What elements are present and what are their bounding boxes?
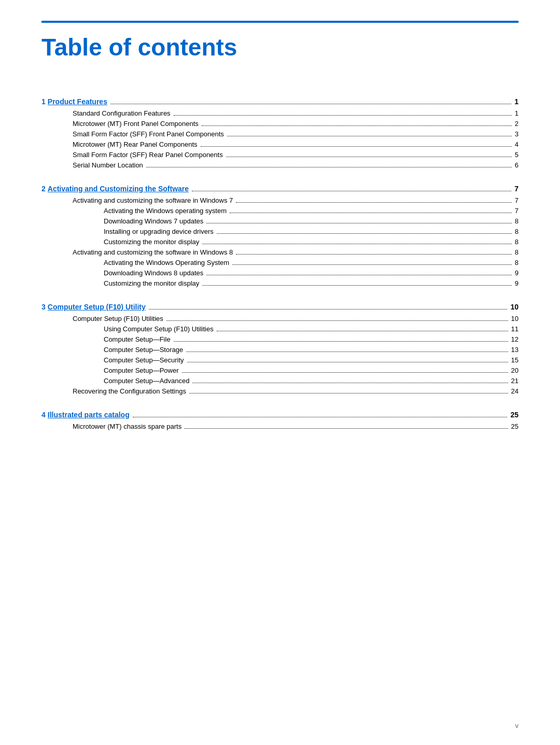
sub-page-4: 8 (515, 238, 519, 246)
sub-page-3: 4 (515, 140, 519, 148)
sub-dots-6 (192, 383, 508, 383)
sub-title-6: Activating the Windows Operating System (104, 259, 229, 266)
sub-dots-3 (186, 352, 508, 352)
sub-page-0: 7 (515, 196, 519, 204)
chapter-2-sub-4: Customizing the monitor display8 (41, 238, 519, 246)
sub-page-4: 15 (511, 356, 519, 364)
sub-title-0: Standard Configuration Features (73, 109, 171, 117)
chapter-3-dots (149, 309, 508, 310)
sub-dots-8 (202, 285, 512, 286)
sub-dots-7 (206, 275, 512, 275)
chapter-1-num: 1 (41, 97, 46, 106)
chapter-1-sub-4: Small Form Factor (SFF) Rear Panel Compo… (41, 151, 519, 159)
sub-dots-4 (202, 244, 512, 244)
sub-page-3: 13 (511, 346, 519, 354)
sub-title-2: Downloading Windows 7 updates (104, 217, 203, 225)
chapter-2-sub-3: Installing or upgrading device drivers8 (41, 228, 519, 235)
sub-title-3: Microtower (MT) Rear Panel Components (73, 140, 198, 148)
chapter-1-sub-2: Small Form Factor (SFF) Front Panel Comp… (41, 130, 519, 138)
footer-page: v (515, 722, 519, 729)
sub-page-3: 8 (515, 228, 519, 235)
chapter-2-sub-6: Activating the Windows Operating System8 (41, 259, 519, 266)
sub-dots-2 (206, 223, 512, 223)
sub-dots-7 (189, 393, 508, 393)
sub-title-1: Microtower (MT) Front Panel Components (73, 120, 199, 128)
chapter-4-sub-0: Microtower (MT) chassis spare parts25 (41, 423, 519, 430)
chapter-3-sub-7: Recovering the Configuration Settings24 (41, 387, 519, 395)
sub-page-0: 10 (511, 315, 519, 322)
chapter-4-title: Illustrated parts catalog (48, 411, 130, 419)
chapter-3-sub-5: Computer Setup—Power20 (41, 367, 519, 374)
sub-page-8: 9 (515, 279, 519, 287)
sub-title-1: Activating the Windows operating system (104, 207, 227, 215)
chapter-3-page: 10 (510, 303, 519, 311)
sub-page-2: 3 (515, 130, 519, 138)
sub-dots-6 (232, 264, 512, 265)
chapter-1-title: Product Features (48, 97, 107, 106)
sub-dots-1 (202, 125, 512, 126)
sub-title-7: Downloading Windows 8 updates (104, 269, 203, 277)
sub-dots-3 (217, 233, 512, 234)
sub-title-2: Computer Setup—File (104, 335, 171, 343)
sub-title-5: Activating and customizing the software … (73, 248, 233, 256)
top-border (41, 21, 519, 23)
sub-dots-2 (227, 136, 512, 136)
chapter-2-sub-2: Downloading Windows 7 updates8 (41, 217, 519, 225)
sub-title-3: Computer Setup—Storage (104, 346, 183, 354)
sub-page-6: 8 (515, 259, 519, 266)
sub-title-5: Computer Setup—Power (104, 367, 179, 374)
sub-title-4: Computer Setup—Security (104, 356, 184, 364)
sub-page-1: 7 (515, 207, 519, 215)
sub-page-2: 8 (515, 217, 519, 225)
sub-page-0: 25 (511, 423, 519, 430)
chapter-3: 3 Computer Setup (F10) Utility10Computer… (41, 303, 519, 395)
sub-dots-1 (230, 213, 512, 213)
sub-dots-0 (185, 428, 508, 429)
chapter-3-sub-0: Computer Setup (F10) Utilities10 (41, 315, 519, 322)
sub-page-1: 11 (511, 325, 519, 333)
chapter-2-dots (192, 191, 511, 191)
chapter-3-sub-4: Computer Setup—Security15 (41, 356, 519, 364)
chapter-1-sub-3: Microtower (MT) Rear Panel Components4 (41, 140, 519, 148)
sub-page-5: 6 (515, 161, 519, 169)
sub-page-0: 1 (515, 109, 519, 117)
sub-dots-1 (217, 331, 508, 331)
chapter-3-title: Computer Setup (F10) Utility (48, 303, 146, 311)
sub-title-8: Customizing the monitor display (104, 279, 199, 287)
sub-title-0: Activating and customizing the software … (73, 196, 233, 204)
chapter-1-sub-1: Microtower (MT) Front Panel Components2 (41, 120, 519, 128)
sub-dots-3 (201, 146, 512, 147)
sub-dots-0 (166, 320, 508, 321)
sub-title-2: Small Form Factor (SFF) Front Panel Comp… (73, 130, 224, 138)
sub-title-5: Serial Number Location (73, 161, 143, 169)
chapter-3-sub-1: Using Computer Setup (F10) Utilities11 (41, 325, 519, 333)
chapter-3-num: 3 (41, 303, 46, 311)
chapter-2-title: Activating and Customizing the Software (48, 185, 189, 193)
page-title: Table of contents (41, 33, 519, 66)
chapter-4-num: 4 (41, 411, 46, 419)
sub-title-4: Customizing the monitor display (104, 238, 199, 246)
sub-page-2: 12 (511, 335, 519, 343)
sub-page-7: 24 (511, 387, 519, 395)
chapter-2-sub-8: Customizing the monitor display9 (41, 279, 519, 287)
chapter-2-num: 2 (41, 185, 46, 193)
sub-title-1: Using Computer Setup (F10) Utilities (104, 325, 214, 333)
chapter-1-dots (110, 104, 511, 104)
sub-page-5: 8 (515, 248, 519, 256)
chapter-3-sub-3: Computer Setup—Storage13 (41, 346, 519, 354)
sub-dots-4 (187, 362, 508, 362)
sub-page-7: 9 (515, 269, 519, 277)
sub-page-1: 2 (515, 120, 519, 128)
sub-title-4: Small Form Factor (SFF) Rear Panel Compo… (73, 151, 223, 159)
chapter-2-sub-5: Activating and customizing the software … (41, 248, 519, 256)
sub-dots-0 (174, 115, 512, 116)
chapter-1-sub-0: Standard Configuration Features1 (41, 109, 519, 117)
chapter-4: 4 Illustrated parts catalog25Microtower … (41, 411, 519, 430)
chapter-2-sub-1: Activating the Windows operating system7 (41, 207, 519, 215)
chapter-2-sub-0: Activating and customizing the software … (41, 196, 519, 204)
sub-page-5: 20 (511, 367, 519, 374)
chapter-2: 2 Activating and Customizing the Softwar… (41, 185, 519, 287)
toc-container: 1 Product Features1Standard Configuratio… (41, 97, 519, 430)
chapter-1-page: 1 (514, 97, 519, 106)
sub-page-6: 21 (511, 377, 519, 385)
